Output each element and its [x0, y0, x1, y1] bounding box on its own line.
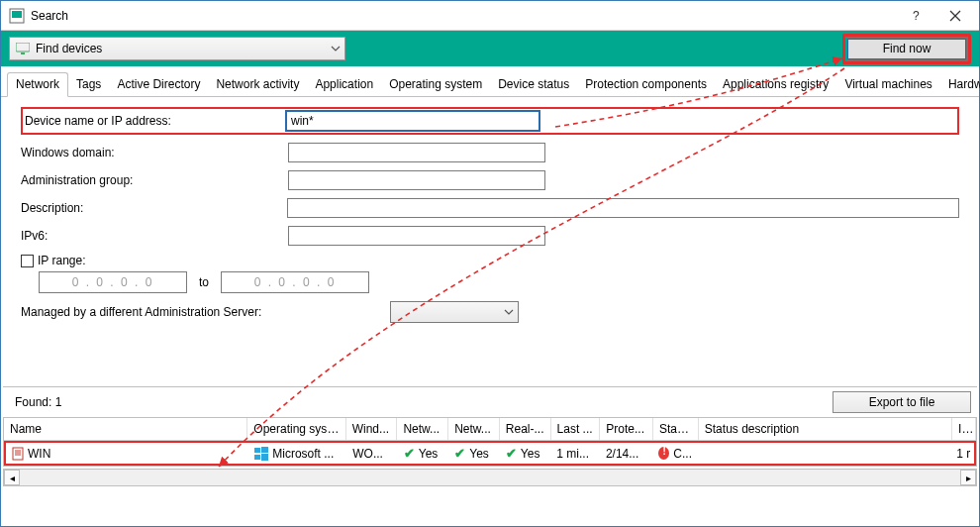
col-name[interactable]: Name	[4, 418, 247, 440]
grid-header: Name Operating syst... Wind... Netw... N…	[4, 418, 976, 441]
ip-to-label: to	[199, 275, 209, 289]
chevron-down-icon	[504, 309, 514, 315]
warning-icon	[658, 447, 669, 460]
chevron-down-icon	[331, 46, 341, 52]
close-icon	[949, 10, 961, 22]
svg-rect-12	[261, 447, 268, 453]
description-input[interactable]	[287, 198, 959, 218]
col-status-desc[interactable]: Status description	[699, 418, 952, 440]
export-button[interactable]: Export to file	[833, 391, 971, 413]
cell-os: Microsoft ...	[272, 447, 334, 461]
col-last[interactable]: Last ...	[551, 418, 601, 440]
ip-from-input[interactable]: 0 . 0 . 0 . 0	[39, 271, 187, 293]
ip-to-input[interactable]: 0 . 0 . 0 . 0	[221, 271, 369, 293]
check-icon: ✔	[506, 446, 517, 461]
svg-rect-14	[261, 454, 268, 461]
cell-name: WIN	[28, 447, 50, 461]
col-netw2[interactable]: Netw...	[448, 418, 500, 440]
horizontal-scrollbar[interactable]: ◂ ▸	[3, 469, 977, 486]
tab-application[interactable]: Application	[307, 73, 381, 96]
search-window: Search ? Find devices Find now Network T…	[0, 0, 980, 527]
svg-rect-11	[254, 448, 260, 453]
svg-rect-6	[21, 53, 25, 54]
close-button[interactable]	[935, 2, 975, 30]
tab-network[interactable]: Network	[7, 72, 68, 97]
tab-operating-system[interactable]: Operating system	[381, 73, 490, 96]
app-icon	[9, 8, 25, 24]
cell-net2: Yes	[469, 447, 489, 461]
windows-domain-input[interactable]	[288, 143, 545, 162]
found-count: Found: 1	[15, 395, 61, 409]
windows-domain-label: Windows domain:	[21, 146, 288, 159]
ipv6-input[interactable]	[288, 226, 545, 246]
device-name-label: Device name or IP address:	[23, 114, 286, 128]
cell-real: Yes	[521, 447, 540, 461]
tab-applications-registry[interactable]: Applications registry	[715, 73, 836, 96]
tab-tags[interactable]: Tags	[68, 73, 109, 96]
cell-status: C...	[673, 447, 692, 461]
admin-group-label: Administration group:	[21, 173, 288, 187]
table-row[interactable]: WIN Microsoft ... WO... ✔Yes ✔Yes ✔Yes 1…	[4, 441, 976, 466]
found-bar: Found: 1 Export to file	[1, 387, 979, 417]
ipv6-label: IPv6:	[21, 229, 288, 243]
search-mode-combo[interactable]: Find devices	[9, 37, 345, 60]
search-mode-label: Find devices	[36, 42, 102, 55]
device-name-input[interactable]	[286, 111, 539, 131]
cell-wind: WO...	[352, 447, 383, 461]
tab-strip: Network Tags Active Directory Network ac…	[1, 66, 979, 97]
col-real[interactable]: Real-...	[500, 418, 551, 440]
device-icon	[12, 447, 24, 461]
ip-range-checkbox[interactable]	[21, 255, 34, 267]
col-os[interactable]: Operating syst...	[247, 418, 345, 440]
find-now-button[interactable]: Find now	[846, 38, 967, 60]
svg-text:?: ?	[913, 10, 920, 22]
tab-protection-components[interactable]: Protection components	[577, 73, 715, 96]
windows-icon	[254, 447, 268, 461]
results-grid: Name Operating syst... Wind... Netw... N…	[3, 417, 977, 467]
window-title: Search	[31, 9, 896, 23]
monitor-icon	[16, 43, 30, 54]
check-icon: ✔	[404, 446, 415, 461]
titlebar: Search ?	[1, 1, 979, 31]
check-icon: ✔	[454, 446, 465, 461]
network-form: Device name or IP address: Windows domai…	[1, 97, 979, 386]
col-prot[interactable]: Prote...	[600, 418, 653, 440]
find-now-highlight: Find now	[842, 34, 971, 64]
col-status[interactable]: Status	[653, 418, 699, 440]
svg-rect-13	[254, 455, 260, 460]
scroll-left[interactable]: ◂	[4, 470, 20, 485]
tab-device-status[interactable]: Device status	[490, 73, 577, 96]
tab-active-directory[interactable]: Active Directory	[109, 73, 208, 96]
cell-inf: 1 r	[956, 447, 970, 461]
managed-label: Managed by a different Administration Se…	[21, 305, 261, 319]
svg-rect-7	[13, 448, 23, 460]
svg-rect-1	[12, 11, 22, 18]
cell-net1: Yes	[419, 447, 439, 461]
col-netw1[interactable]: Netw...	[397, 418, 448, 440]
help-icon: ?	[910, 10, 922, 22]
col-inf[interactable]: Inf	[952, 418, 976, 440]
admin-group-input[interactable]	[288, 170, 545, 190]
svg-rect-5	[16, 43, 30, 52]
cell-last: 1 mi...	[556, 447, 589, 461]
description-label: Description:	[21, 201, 287, 215]
ip-range-label: IP range:	[38, 254, 85, 267]
cell-prot: 2/14...	[606, 447, 638, 461]
tab-network-activity[interactable]: Network activity	[208, 73, 307, 96]
tab-virtual-machines[interactable]: Virtual machines	[836, 73, 940, 96]
toolbar: Find devices Find now	[1, 31, 979, 66]
help-button[interactable]: ?	[896, 2, 935, 30]
col-wind[interactable]: Wind...	[346, 418, 398, 440]
tab-hardware[interactable]: Hardware	[940, 73, 980, 96]
managed-select[interactable]	[390, 301, 519, 323]
device-name-row: Device name or IP address:	[21, 107, 959, 135]
scroll-right[interactable]: ▸	[960, 470, 976, 485]
